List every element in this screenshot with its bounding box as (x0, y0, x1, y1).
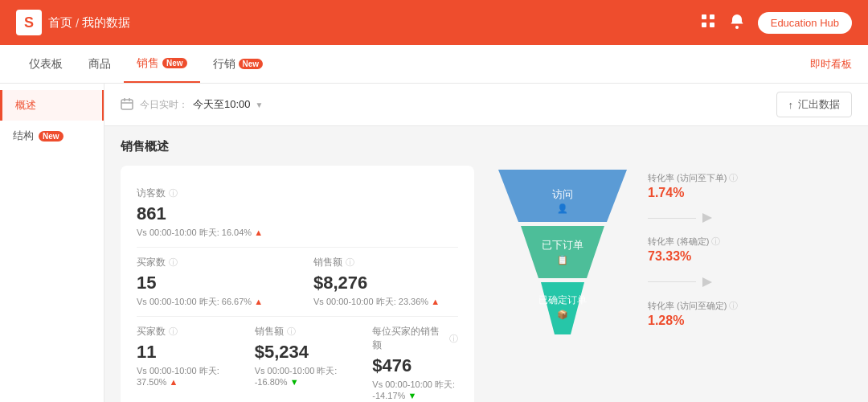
navbar: 仪表板 商品 销售 New 行销 New 即时看板 (0, 45, 868, 84)
svg-rect-0 (702, 14, 706, 19)
sidebar-item-overview[interactable]: 概述 (0, 90, 104, 121)
section-title: 销售概述 (121, 139, 852, 154)
metric-buyers-2: 买家数 ⓘ 11 Vs 00:00-10:00 昨天: 37.50% ▲ (137, 325, 223, 400)
header-right: Education Hub (700, 12, 852, 34)
funnel-icon-visit: 👤 (557, 203, 568, 214)
metric-row-1: 访客数 ⓘ 861 Vs 00:00-10:00 昨天: 16.04% ▲ (137, 178, 458, 248)
trend-down-icon-1: ▼ (290, 377, 299, 387)
sidebar-item-structure[interactable]: 结构 New (0, 121, 104, 151)
header-left: S 首页 / 我的数据 (16, 10, 130, 35)
metric-value-buyers-1: 15 (137, 273, 281, 293)
content-area: 今日实时： 今天至10:00 ▼ ↑ 汇出数据 销售概述 (104, 84, 868, 402)
metric-value-sales-1: $8,276 (313, 273, 458, 293)
nav-items: 仪表板 商品 销售 New 行销 New (16, 45, 276, 83)
metrics-panel: 访客数 ⓘ 861 Vs 00:00-10:00 昨天: 16.04% ▲ (121, 166, 474, 402)
funnel-label-confirmed: 已确定订单 (538, 294, 587, 306)
conversion-separator-2 (648, 277, 738, 287)
metric-row-2: 买家数 ⓘ 15 Vs 00:00-10:00 昨天: 66.67% ▲ (137, 248, 458, 317)
metric-compare-sales-2: Vs 00:00-10:00 昨天: -16.80% ▼ (255, 365, 341, 387)
nav-label-products: 商品 (88, 57, 111, 72)
metric-value-sales-2: $5,234 (255, 342, 341, 363)
nav-item-sales[interactable]: 销售 New (124, 45, 200, 83)
nav-item-products[interactable]: 商品 (76, 45, 124, 83)
funnel-container: 访问 👤 已下订单 📋 已确定订单 📦 (490, 170, 635, 330)
svg-rect-3 (710, 23, 714, 27)
sidebar-label-overview: 概述 (15, 98, 36, 113)
trend-up-icon-4: ▲ (169, 377, 178, 387)
nav-badge-sales: New (162, 58, 187, 68)
metric-value-buyers-2: 11 (137, 342, 223, 363)
metric-sales-2: 销售额 ⓘ $5,234 Vs 00:00-10:00 昨天: -16.80% … (255, 325, 341, 400)
funnel-area: 访问 👤 已下订单 📋 已确定订单 📦 (474, 166, 852, 334)
bell-icon[interactable] (729, 13, 745, 33)
svg-marker-10 (702, 277, 712, 287)
shopee-logo: S (16, 10, 42, 35)
metric-label-buyers-1: 买家数 ⓘ (137, 256, 281, 269)
funnel-icon-confirmed: 📦 (557, 309, 568, 320)
conversion-arrow-2 (702, 277, 712, 287)
info-icon-per-buyer[interactable]: ⓘ (449, 333, 458, 345)
conversion-value-3: 1.28% (648, 314, 738, 328)
export-label: 汇出数据 (798, 97, 840, 112)
nav-label-sales: 销售 (137, 56, 159, 71)
info-icon-conv2[interactable]: ⓘ (711, 236, 720, 248)
metric-compare-visitors: Vs 00:00-10:00 昨天: 16.04% ▲ (137, 227, 458, 239)
info-icon-sales2[interactable]: ⓘ (287, 326, 296, 338)
conversion-rates: 转化率 (访问至下单) ⓘ 1.74% (635, 166, 738, 334)
conversion-value-1: 1.74% (648, 186, 738, 200)
info-icon-buyers1[interactable]: ⓘ (169, 256, 178, 269)
conversion-arrow-1 (702, 213, 712, 223)
metric-value-visitors: 861 (137, 203, 458, 224)
filter-left: 今日实时： 今天至10:00 ▼ (121, 97, 263, 113)
calendar-icon (121, 97, 133, 113)
date-selector[interactable]: 今日实时： 今天至10:00 ▼ (140, 97, 263, 112)
nav-label-dashboard: 仪表板 (29, 57, 63, 72)
metric-label-per-buyer: 每位买家的销售额 ⓘ (372, 325, 458, 352)
metric-label-sales-2: 销售额 ⓘ (255, 325, 341, 338)
conversion-label-1: 转化率 (访问至下单) ⓘ (648, 172, 738, 184)
metric-row-3: 买家数 ⓘ 11 Vs 00:00-10:00 昨天: 37.50% ▲ (137, 317, 458, 402)
live-view-link[interactable]: 即时看板 (810, 57, 852, 72)
main-container: 概述 结构 New 今日实时： 今天至10:00 (0, 84, 868, 402)
info-icon-sales1[interactable]: ⓘ (346, 256, 354, 269)
svg-rect-1 (710, 14, 714, 19)
date-label: 今日实时： (140, 98, 188, 112)
conversion-label-3: 转化率 (访问至确定) ⓘ (648, 300, 738, 312)
conversion-item-3: 转化率 (访问至确定) ⓘ 1.28% (648, 300, 738, 328)
funnel-label-visit: 访问 (552, 188, 573, 200)
sidebar: 概述 结构 New (0, 84, 104, 402)
funnel-icon-ordered: 📋 (557, 254, 568, 265)
info-icon-conv1[interactable]: ⓘ (729, 172, 738, 184)
education-hub-button[interactable]: Education Hub (758, 12, 852, 34)
export-button[interactable]: ↑ 汇出数据 (776, 92, 853, 117)
nav-label-marketing: 行销 (213, 57, 235, 72)
trend-up-icon-2: ▲ (254, 297, 263, 306)
overview-content: 访客数 ⓘ 861 Vs 00:00-10:00 昨天: 16.04% ▲ (121, 166, 852, 402)
svg-rect-2 (702, 23, 706, 27)
nav-item-dashboard[interactable]: 仪表板 (16, 45, 76, 83)
sidebar-badge-structure: New (39, 131, 63, 142)
dropdown-arrow-icon: ▼ (256, 100, 264, 109)
metric-compare-buyers-1: Vs 00:00-10:00 昨天: 66.67% ▲ (137, 296, 281, 308)
filter-bar: 今日实时： 今天至10:00 ▼ ↑ 汇出数据 (104, 84, 868, 126)
breadcrumb-current: 我的数据 (82, 15, 130, 31)
metric-label-visitors: 访客数 ⓘ (137, 187, 458, 200)
info-icon-conv3[interactable]: ⓘ (729, 300, 738, 312)
grid-icon[interactable] (700, 13, 716, 33)
metric-label-sales-1: 销售额 ⓘ (313, 256, 458, 269)
conversion-item-2: 转化率 (将确定) ⓘ 73.33% (648, 236, 738, 264)
info-icon-buyers2[interactable]: ⓘ (169, 326, 178, 338)
info-icon-visitors[interactable]: ⓘ (169, 187, 178, 199)
funnel-level-ordered (521, 226, 604, 278)
breadcrumb-home[interactable]: 首页 (48, 15, 72, 31)
sidebar-label-structure: 结构 (13, 129, 34, 143)
svg-rect-5 (121, 100, 133, 109)
metric-label-buyers-2: 买家数 ⓘ (137, 325, 223, 338)
conversion-item-1: 转化率 (访问至下单) ⓘ 1.74% (648, 172, 738, 200)
svg-point-4 (735, 26, 739, 29)
nav-item-marketing[interactable]: 行销 New (200, 45, 276, 83)
metric-compare-buyers-2: Vs 00:00-10:00 昨天: 37.50% ▲ (137, 365, 223, 387)
metric-per-buyer: 每位买家的销售额 ⓘ $476 Vs 00:00-10:00 昨天: -14.1… (372, 325, 458, 400)
metric-sales-1: 销售额 ⓘ $8,276 Vs 00:00-10:00 昨天: 23.36% ▲ (313, 256, 458, 308)
conversion-value-2: 73.33% (648, 249, 738, 264)
